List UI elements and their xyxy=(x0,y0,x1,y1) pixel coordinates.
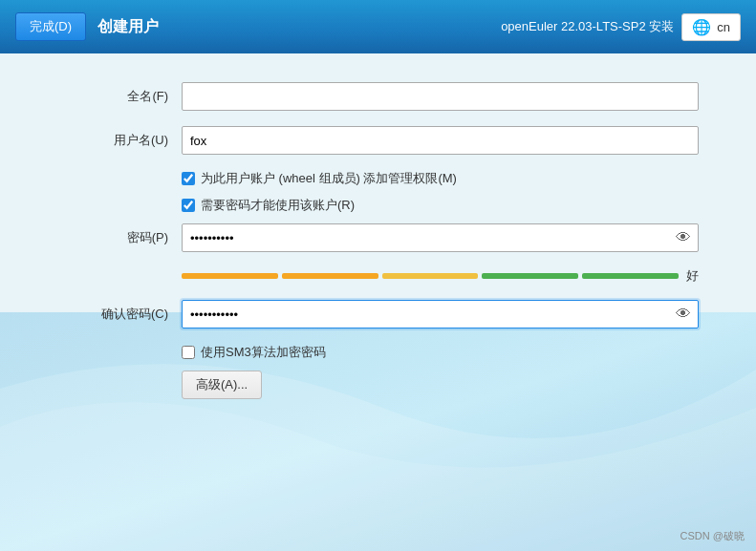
confirm-password-input[interactable] xyxy=(182,300,699,328)
require-password-checkbox[interactable] xyxy=(182,199,195,212)
strength-bar-2 xyxy=(282,273,378,279)
header-left: 完成(D) 创建用户 xyxy=(15,12,159,41)
strength-row: 好 xyxy=(57,267,699,285)
admin-checkbox[interactable] xyxy=(182,172,195,185)
main-content: 全名(F) 用户名(U) 为此用户账户 (wheel 组成员) 添加管理权限(M… xyxy=(0,53,756,428)
strength-bar-3 xyxy=(382,273,479,279)
language-code: cn xyxy=(717,20,730,34)
admin-checkbox-row: 为此用户账户 (wheel 组成员) 添加管理权限(M) xyxy=(57,170,699,187)
password-wrapper: 👁 xyxy=(182,223,699,252)
fullname-label: 全名(F) xyxy=(57,88,182,105)
username-input[interactable] xyxy=(182,126,699,155)
password-row: 密码(P) 👁 xyxy=(57,223,699,252)
confirm-password-wrapper: 👁 xyxy=(182,300,699,328)
strength-text: 好 xyxy=(686,267,699,285)
fullname-input[interactable] xyxy=(182,82,699,111)
strength-bar-5 xyxy=(582,273,679,279)
done-button[interactable]: 完成(D) xyxy=(15,12,86,41)
require-password-checkbox-row: 需要密码才能使用该账户(R) xyxy=(57,197,699,214)
password-eye-icon[interactable]: 👁 xyxy=(676,229,691,246)
password-label: 密码(P) xyxy=(57,229,182,246)
username-label: 用户名(U) xyxy=(57,132,182,149)
confirm-password-row: 确认密码(C) 👁 xyxy=(57,300,699,328)
sm3-checkbox[interactable] xyxy=(182,346,195,359)
watermark: CSDN @破晓 xyxy=(680,529,745,543)
sm3-checkbox-row: 使用SM3算法加密密码 xyxy=(57,344,699,361)
admin-checkbox-label[interactable]: 为此用户账户 (wheel 组成员) 添加管理权限(M) xyxy=(201,170,457,187)
strength-bars xyxy=(182,273,679,279)
advanced-row: 高级(A)... xyxy=(57,371,699,399)
strength-bar-1 xyxy=(182,273,278,279)
password-input[interactable] xyxy=(182,223,699,252)
advanced-button[interactable]: 高级(A)... xyxy=(182,371,262,399)
header-right: openEuler 22.03-LTS-SP2 安装 🌐 cn xyxy=(501,13,741,41)
header: 完成(D) 创建用户 openEuler 22.03-LTS-SP2 安装 🌐 … xyxy=(0,0,756,53)
strength-bar-4 xyxy=(482,273,578,279)
username-row: 用户名(U) xyxy=(57,126,699,155)
confirm-eye-icon[interactable]: 👁 xyxy=(676,306,691,323)
language-icon: 🌐 xyxy=(692,18,711,36)
confirm-password-label: 确认密码(C) xyxy=(57,306,182,323)
install-title: openEuler 22.03-LTS-SP2 安装 xyxy=(501,18,674,35)
language-selector[interactable]: 🌐 cn xyxy=(681,13,741,41)
sm3-checkbox-label[interactable]: 使用SM3算法加密密码 xyxy=(201,344,326,361)
require-password-checkbox-label[interactable]: 需要密码才能使用该账户(R) xyxy=(201,197,355,214)
fullname-row: 全名(F) xyxy=(57,82,699,111)
page-title: 创建用户 xyxy=(97,17,159,37)
form-container: 全名(F) 用户名(U) 为此用户账户 (wheel 组成员) 添加管理权限(M… xyxy=(57,82,699,399)
